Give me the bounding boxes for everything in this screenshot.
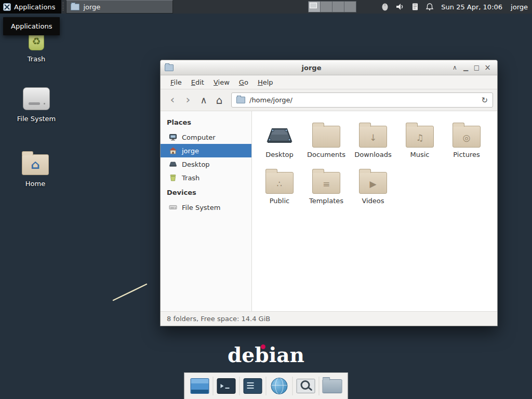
file-item-pictures[interactable]: ◎ Pictures	[443, 121, 490, 158]
menu-file[interactable]: File	[166, 77, 187, 88]
workspace-window-preview	[310, 3, 317, 8]
status-text: 8 folders, Free space: 14.4 GiB	[167, 315, 270, 323]
notes-icon[interactable]	[411, 3, 419, 11]
file-item-public[interactable]: ∴ Public	[256, 167, 303, 205]
panel-separator	[62, 2, 64, 11]
share-emblem-icon: ∴	[266, 174, 293, 193]
dock-item-web-browser[interactable]	[268, 375, 291, 397]
sidebar-item-label: Desktop	[182, 161, 210, 168]
applications-menu-icon	[3, 3, 11, 11]
file-label: Music	[410, 151, 430, 158]
dock-separator	[213, 377, 214, 395]
folder-icon	[71, 4, 79, 10]
drive-icon	[169, 203, 177, 211]
computer-icon	[169, 133, 177, 141]
file-item-documents[interactable]: Documents	[303, 121, 350, 158]
sidebar-item-label: Computer	[182, 134, 216, 141]
menu-edit[interactable]: Edit	[187, 77, 209, 88]
file-label: Public	[270, 197, 289, 205]
sidebar-item-computer[interactable]: Computer	[161, 130, 251, 144]
dock-item-desktop[interactable]	[189, 375, 211, 397]
dock-item-console[interactable]	[242, 375, 264, 397]
folder-icon: ∴	[265, 172, 294, 194]
file-manager-window: jorge ∧ ▁ □ × File Edit View Go Help ‹ ›…	[160, 60, 498, 326]
music-emblem-icon: ♫	[406, 128, 433, 147]
folder-icon: ◎	[453, 126, 481, 148]
dock-item-file-manager[interactable]	[321, 375, 344, 397]
top-panel: Applications jorge	[0, 0, 532, 14]
mouse-icon[interactable]	[381, 3, 389, 11]
volume-icon[interactable]	[395, 3, 405, 11]
globe-icon	[271, 378, 288, 394]
applications-menu-label: Applications	[14, 3, 55, 11]
window-title: jorge	[174, 64, 449, 72]
sidebar-item-label: jorge	[182, 147, 199, 155]
forward-button[interactable]: ›	[180, 92, 196, 108]
taskbar-item-jorge[interactable]: jorge	[66, 0, 173, 14]
desk-icon	[265, 125, 294, 148]
file-label: Videos	[362, 197, 384, 205]
maximize-button[interactable]: □	[471, 64, 482, 71]
dock-separator	[292, 377, 293, 395]
file-item-desktop[interactable]: Desktop	[256, 121, 303, 158]
sidebar-places-header: Places	[161, 114, 251, 130]
folder-emblem	[313, 128, 340, 147]
window-titlebar[interactable]: jorge ∧ ▁ □ ×	[161, 60, 497, 75]
file-item-downloads[interactable]: ↓ Downloads	[350, 121, 396, 158]
up-button[interactable]: ∧	[196, 93, 211, 108]
desktop-icon-file-system[interactable]: File System	[9, 87, 63, 123]
sidebar: Places Computer jo	[161, 111, 252, 311]
menu-help[interactable]: Help	[253, 77, 278, 88]
sidebar-item-label: Trash	[182, 174, 200, 182]
panel-user-menu[interactable]: jorge	[511, 3, 528, 11]
video-emblem-icon: ▶	[360, 174, 387, 193]
close-button[interactable]: ×	[482, 63, 493, 72]
reload-icon[interactable]: ↻	[481, 96, 488, 105]
folder-icon: ▶	[359, 172, 387, 194]
shade-button[interactable]: ∧	[449, 64, 460, 71]
home-button[interactable]: ⌂	[211, 93, 227, 108]
sidebar-item-trash[interactable]: Trash	[161, 171, 251, 184]
dock-separator	[266, 377, 267, 395]
path-text[interactable]: /home/jorge/	[249, 96, 477, 104]
file-item-music[interactable]: ♫ Music	[396, 121, 443, 158]
folder-icon: ↓	[359, 126, 387, 148]
file-item-templates[interactable]: ≡ Templates	[303, 167, 350, 205]
workspace-pager[interactable]	[308, 1, 356, 12]
workspace-4[interactable]	[344, 2, 356, 12]
sidebar-item-desktop[interactable]: Desktop	[161, 157, 251, 171]
minimize-button[interactable]: ▁	[460, 64, 471, 71]
applications-tooltip: Applications	[3, 17, 60, 35]
folder-icon	[323, 379, 342, 393]
folder-icon: ≡	[312, 172, 340, 194]
file-label: Pictures	[453, 151, 480, 158]
menu-view[interactable]: View	[209, 77, 234, 88]
dock-item-terminal[interactable]	[215, 375, 238, 397]
back-button[interactable]: ‹	[165, 92, 180, 108]
desktop-icon-home[interactable]: ⌂ Home	[8, 151, 62, 188]
applications-menu-button[interactable]: Applications	[0, 0, 61, 14]
desktop-icon-label: Home	[25, 180, 45, 188]
path-entry[interactable]: /home/jorge/ ↻	[231, 92, 493, 108]
window-icon	[165, 64, 174, 71]
workspace-1[interactable]	[309, 2, 320, 12]
sidebar-item-jorge[interactable]: jorge	[161, 144, 251, 157]
dock-separator	[319, 377, 320, 395]
dock-item-application-finder[interactable]	[295, 375, 317, 397]
file-label: Templates	[309, 197, 343, 205]
notifications-bell-icon[interactable]	[425, 3, 434, 11]
file-label: Desktop	[265, 151, 294, 158]
drive-icon	[23, 87, 50, 110]
menu-go[interactable]: Go	[234, 77, 253, 88]
sidebar-devices-header: Devices	[161, 184, 251, 201]
workspace-2[interactable]	[320, 2, 332, 12]
menubar: File Edit View Go Help	[161, 75, 497, 89]
workspace-3[interactable]	[332, 2, 344, 12]
dock-separator	[240, 377, 240, 395]
mouse-cursor	[110, 281, 151, 304]
sidebar-item-file-system[interactable]: File System	[161, 201, 251, 214]
file-item-videos[interactable]: ▶ Videos	[350, 167, 396, 205]
panel-clock[interactable]: Sun 25 Apr, 10:06	[441, 3, 502, 11]
path-folder-icon	[236, 97, 245, 103]
statusbar: 8 folders, Free space: 14.4 GiB	[161, 311, 497, 326]
